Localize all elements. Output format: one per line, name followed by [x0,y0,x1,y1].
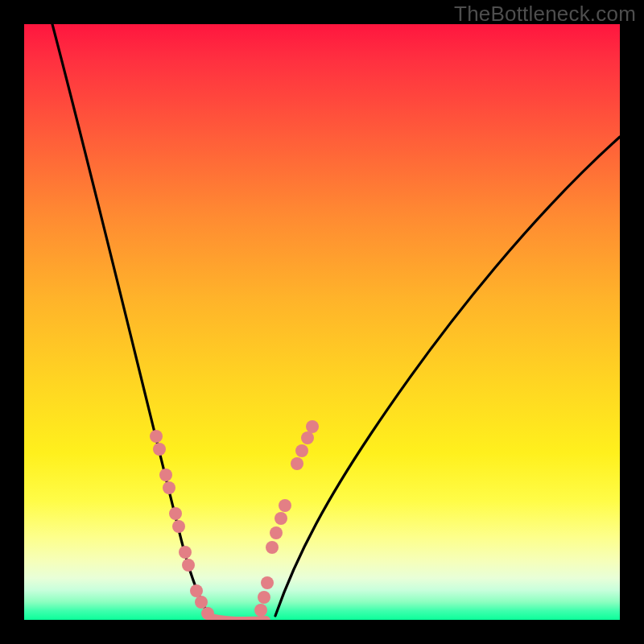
right-cluster-dot-0 [306,420,319,433]
right-cluster-dot-10 [254,604,267,617]
right-cluster-dot-1 [301,431,314,444]
series-left-arm [52,24,209,616]
right-cluster-dot-3 [291,457,303,470]
left-cluster-dot-9 [195,596,208,609]
left-cluster-dot-1 [153,443,166,456]
watermark-label: TheBottleneck.com [454,2,636,27]
chart-frame: TheBottleneck.com [0,0,644,644]
series-floor [211,618,266,620]
series-right-arm [275,137,620,616]
curve-overlay [24,24,620,620]
left-cluster-dot-4 [169,507,182,520]
left-cluster-dot-0 [150,430,163,443]
left-cluster-dot-8 [190,584,203,597]
left-cluster-dot-5 [172,520,185,533]
right-cluster-dot-4 [279,499,291,512]
left-cluster-dot-2 [159,469,172,481]
left-cluster-dot-6 [179,546,192,559]
right-cluster-dot-2 [295,444,308,457]
right-cluster-dot-8 [261,576,274,589]
left-cluster-dot-7 [182,559,195,572]
right-cluster-dot-9 [258,591,270,604]
gradient-plot-area [24,24,620,620]
left-cluster-dot-10 [201,607,214,620]
left-cluster-dot-3 [163,481,175,494]
right-cluster-dot-7 [266,541,279,554]
right-cluster-dot-6 [270,526,283,539]
right-cluster-dot-5 [275,512,287,525]
